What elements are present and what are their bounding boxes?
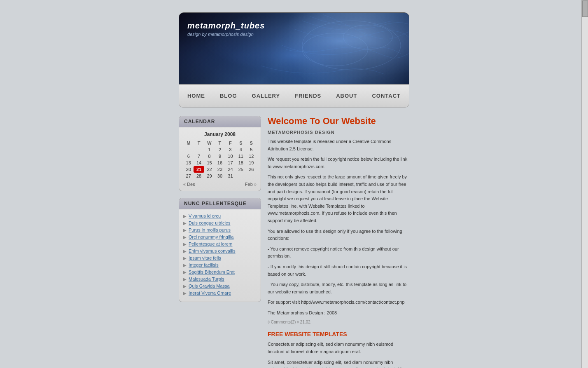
list-link[interactable]: Pellentesque at lorem bbox=[189, 241, 232, 246]
calendar-day[interactable]: 14 bbox=[194, 159, 204, 166]
list-item[interactable]: ▶Sagittis Bibendum Erat bbox=[183, 270, 257, 274]
site-subtitle: design by metamorphosis design bbox=[187, 32, 265, 37]
calendar-day[interactable]: 26 bbox=[246, 166, 257, 173]
nav-friends[interactable]: FRIENDS bbox=[287, 89, 329, 102]
calendar-day[interactable]: 20 bbox=[183, 166, 194, 173]
list-link[interactable]: Duis congue ultricies bbox=[189, 220, 231, 225]
calendar-day[interactable]: 30 bbox=[215, 173, 225, 179]
list-item[interactable]: ▶Duis congue ultricies bbox=[183, 220, 257, 225]
list-item[interactable]: ▶Inerat Viverra Ornare bbox=[183, 291, 257, 295]
calendar-table: M T W T F S S 12345678910111213 bbox=[183, 140, 257, 179]
cal-header-s2: S bbox=[246, 140, 257, 146]
main-layout: CALENDAR January 2008 M T W T F bbox=[179, 116, 409, 368]
calendar-month-year: January 2008 bbox=[183, 131, 257, 137]
calendar-day[interactable]: 29 bbox=[204, 173, 215, 179]
content-area: Welcome To Our Website METAMORPHOSIS DES… bbox=[268, 116, 409, 368]
list-link[interactable]: Inerat Viverra Ornare bbox=[189, 291, 231, 295]
nav-bar: HOME BLOG GALLERY FRIENDS ABOUT CONTACT bbox=[179, 84, 409, 108]
nav-about[interactable]: ABOUT bbox=[329, 89, 364, 102]
calendar-day[interactable]: 15 bbox=[204, 159, 215, 166]
list-item[interactable]: ▶Integer facilisis bbox=[183, 263, 257, 267]
list-link[interactable]: Sagittis Bibendum Erat bbox=[189, 270, 235, 274]
cal-header-w: W bbox=[204, 140, 215, 146]
nav-contact[interactable]: CONTACT bbox=[364, 89, 408, 102]
content-p6: - If you modify this design it still sho… bbox=[268, 263, 409, 278]
list-item[interactable]: ▶Purus in mollis purus bbox=[183, 227, 257, 232]
content-p2: We request you retain the full copyright… bbox=[268, 156, 409, 170]
list-link[interactable]: Malesuada Turpis bbox=[189, 277, 224, 281]
calendar-day[interactable]: 17 bbox=[225, 159, 236, 166]
list-item[interactable]: ▶Vivamus id orcu bbox=[183, 213, 257, 218]
section2-body: Consectetuer adipiscing elit, sed diam n… bbox=[268, 341, 409, 368]
list-link[interactable]: Enim vivamus convallis bbox=[189, 248, 236, 253]
list-arrow-icon: ▶ bbox=[183, 214, 187, 218]
list-link[interactable]: Orci nonummy fringilla bbox=[189, 234, 233, 239]
content-p5: - You cannot remove copyright notice fro… bbox=[268, 246, 409, 260]
list-link[interactable]: Ipsum vitae felis bbox=[189, 255, 221, 260]
cal-header-s1: S bbox=[236, 140, 246, 146]
nav-gallery[interactable]: GALLERY bbox=[245, 89, 288, 102]
list-item[interactable]: ▶Orci nonummy fringilla bbox=[183, 234, 257, 239]
calendar-day[interactable]: 18 bbox=[236, 159, 246, 166]
list-arrow-icon: ▶ bbox=[183, 249, 187, 253]
cal-header-f: F bbox=[225, 140, 236, 146]
list-arrow-icon: ▶ bbox=[183, 270, 187, 274]
cal-header-t1: T bbox=[194, 140, 204, 146]
calendar-day[interactable]: 10 bbox=[225, 153, 236, 159]
calendar-day[interactable]: 11 bbox=[236, 153, 246, 159]
calendar-day[interactable]: 9 bbox=[215, 153, 225, 159]
calendar-day[interactable]: 7 bbox=[194, 153, 204, 159]
list-link[interactable]: Integer facilisis bbox=[189, 263, 219, 267]
calendar-nav: « Des Feb » bbox=[183, 182, 257, 187]
list-link[interactable]: Purus in mollis purus bbox=[189, 227, 231, 232]
calendar-widget-header: CALENDAR bbox=[179, 116, 261, 127]
calendar-day[interactable]: 6 bbox=[183, 153, 194, 159]
calendar-day[interactable]: 4 bbox=[236, 146, 246, 153]
calendar-day[interactable]: 12 bbox=[246, 153, 257, 159]
calendar-day bbox=[183, 146, 194, 153]
list-item[interactable]: ▶Pellentesque at lorem bbox=[183, 241, 257, 246]
calendar-day[interactable]: 25 bbox=[236, 166, 246, 173]
list-widget-header: NUNC PELLENTESQUE bbox=[179, 198, 261, 209]
nav-blog[interactable]: BLOG bbox=[212, 89, 245, 102]
list-link[interactable]: Quis Gravida Massa bbox=[189, 284, 230, 288]
calendar-day[interactable]: 2 bbox=[215, 146, 225, 153]
calendar-day[interactable]: 3 bbox=[225, 146, 236, 153]
content-p1: This website template is released under … bbox=[268, 138, 409, 152]
calendar-day[interactable]: 8 bbox=[204, 153, 215, 159]
list-arrow-icon: ▶ bbox=[183, 291, 187, 295]
nav-home[interactable]: HOME bbox=[180, 89, 212, 102]
list-arrow-icon: ▶ bbox=[183, 284, 187, 288]
calendar-next[interactable]: Feb » bbox=[245, 182, 257, 187]
site-branding: metamorph_tubes design by metamorphosis … bbox=[187, 21, 265, 37]
list-arrow-icon: ▶ bbox=[183, 277, 187, 281]
calendar-day[interactable]: 13 bbox=[183, 159, 194, 166]
content-p8: For support visit http://www.metamorphoz… bbox=[268, 299, 409, 306]
list-arrow-icon: ▶ bbox=[183, 256, 187, 260]
list-arrow-icon: ▶ bbox=[183, 235, 187, 239]
calendar-day[interactable]: 21 bbox=[194, 166, 204, 173]
calendar-day[interactable]: 27 bbox=[183, 173, 194, 179]
list-item[interactable]: ▶Enim vivamus convallis bbox=[183, 248, 257, 253]
site-title: metamorph_tubes bbox=[187, 21, 265, 30]
calendar-day[interactable]: 23 bbox=[215, 166, 225, 173]
calendar-day[interactable]: 31 bbox=[225, 173, 236, 179]
list-item[interactable]: ▶Ipsum vitae felis bbox=[183, 255, 257, 260]
calendar-day[interactable]: 24 bbox=[225, 166, 236, 173]
list-item[interactable]: ▶Malesuada Turpis bbox=[183, 277, 257, 281]
cal-header-t2: T bbox=[215, 140, 225, 146]
content-p9: The Metamorphosis Design : 2008 bbox=[268, 309, 409, 317]
calendar-day[interactable]: 5 bbox=[246, 146, 257, 153]
list-item[interactable]: ▶Quis Gravida Massa bbox=[183, 284, 257, 288]
list-arrow-icon: ▶ bbox=[183, 242, 187, 246]
calendar-prev[interactable]: « Des bbox=[183, 182, 195, 187]
site-header: metamorph_tubes design by metamorphosis … bbox=[179, 12, 409, 84]
calendar-day[interactable]: 16 bbox=[215, 159, 225, 166]
calendar-day[interactable]: 28 bbox=[194, 173, 204, 179]
list-link[interactable]: Vivamus id orcu bbox=[189, 213, 221, 218]
calendar-day[interactable]: 19 bbox=[246, 159, 257, 166]
calendar-day[interactable]: 22 bbox=[204, 166, 215, 173]
calendar-day[interactable]: 1 bbox=[204, 146, 215, 153]
content-p3: This not only gives respect to the large… bbox=[268, 173, 409, 224]
content-section-label: METAMORPHOSIS DESIGN bbox=[268, 130, 409, 135]
